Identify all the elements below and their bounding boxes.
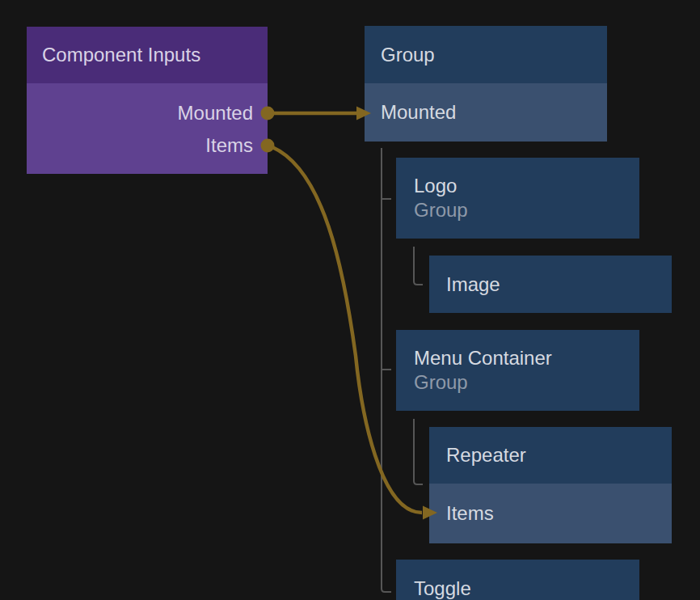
input-port-items-label: Items (446, 502, 494, 525)
input-port-items[interactable]: Items (429, 484, 672, 543)
output-port-items[interactable]: Items (27, 129, 268, 162)
logo-node-title: Logo (414, 174, 639, 198)
logo-node[interactable]: Logo Group (396, 158, 639, 239)
menu-container-node-title: Menu Container (414, 346, 639, 370)
input-port-mounted[interactable]: Mounted (365, 83, 607, 142)
input-port-mounted-label: Mounted (381, 101, 456, 124)
output-port-mounted-label: Mounted (178, 102, 253, 125)
image-node-title: Image (446, 273, 500, 296)
component-inputs-node[interactable]: Component Inputs Mounted Items (27, 27, 268, 174)
repeater-node-header[interactable]: Repeater (429, 427, 672, 484)
menu-container-node-subtitle: Group (414, 370, 639, 395)
image-node[interactable]: Image (429, 256, 672, 313)
tree-branch-image (414, 247, 423, 285)
toggle-node-title: Toggle (414, 577, 471, 600)
node-graph-canvas: Component Inputs Mounted Items Group Mou… (0, 0, 700, 600)
component-inputs-header[interactable]: Component Inputs (27, 27, 268, 83)
tree-branch-repeater (414, 419, 423, 484)
output-port-items-label: Items (205, 134, 253, 157)
repeater-node-title: Repeater (446, 444, 526, 467)
group-node-title: Group (381, 44, 435, 66)
logo-node-subtitle: Group (414, 198, 639, 222)
tree-trunk-line (382, 148, 391, 592)
group-node-header[interactable]: Group (365, 26, 607, 83)
group-node[interactable]: Group Mounted (365, 26, 607, 142)
toggle-node[interactable]: Toggle (396, 560, 639, 600)
menu-container-node[interactable]: Menu Container Group (396, 330, 639, 411)
component-inputs-title: Component Inputs (42, 44, 200, 66)
component-inputs-body: Mounted Items (27, 83, 268, 174)
repeater-node[interactable]: Repeater Items (429, 427, 672, 543)
output-port-mounted[interactable]: Mounted (27, 97, 268, 129)
